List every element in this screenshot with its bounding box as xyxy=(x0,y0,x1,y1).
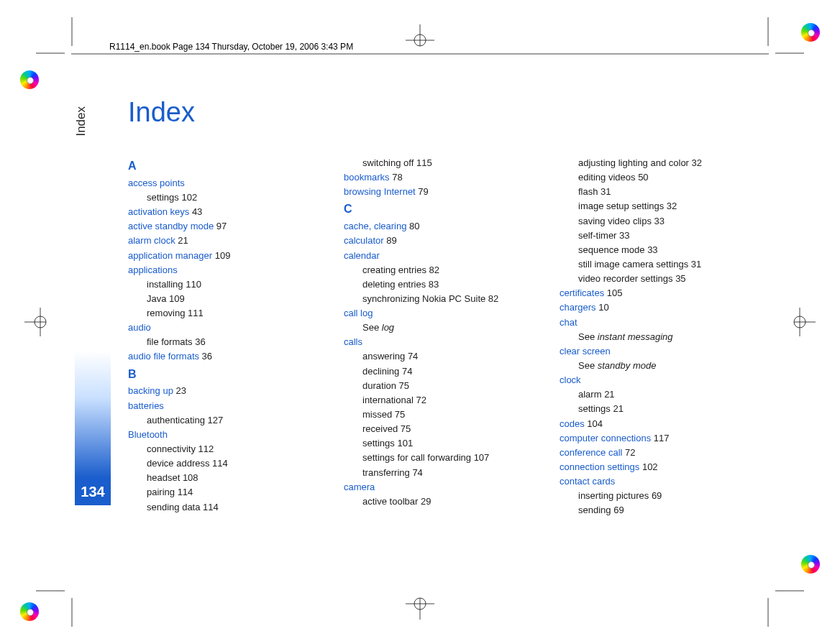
index-subentry: flash xyxy=(578,186,601,197)
see-ref: instant messaging xyxy=(598,331,673,342)
index-subentry: inserting pictures xyxy=(578,490,652,501)
index-link[interactable]: calculator xyxy=(344,235,386,246)
index-subentry: switching off xyxy=(362,157,416,168)
index-link[interactable]: application manager xyxy=(128,250,215,261)
page-ref: 108 xyxy=(183,472,198,483)
page-ref: 36 xyxy=(202,351,212,362)
index-link[interactable]: codes xyxy=(560,418,587,429)
index-subentry: international xyxy=(362,395,416,405)
index-link[interactable]: bookmarks xyxy=(344,172,392,183)
page-ref: 109 xyxy=(215,250,231,261)
page-ref: 43 xyxy=(192,206,202,217)
index-subentry: sequence mode xyxy=(578,244,647,255)
page-ref: 112 xyxy=(198,443,214,454)
page-ref: 10 xyxy=(598,302,608,313)
index-link[interactable]: call log xyxy=(344,308,373,318)
see-ref: standby mode xyxy=(598,360,657,371)
index-link[interactable]: audio xyxy=(128,322,151,333)
index-subentry: device address xyxy=(147,458,212,469)
index-subentry: See xyxy=(578,331,598,342)
page-ref: 102 xyxy=(181,192,197,203)
index-link[interactable]: active standby mode xyxy=(128,221,216,231)
index-link[interactable]: connection settings xyxy=(560,461,642,472)
index-link[interactable]: calls xyxy=(344,336,362,347)
index-link[interactable]: clear screen xyxy=(560,346,611,356)
index-link[interactable]: activation keys xyxy=(128,206,192,217)
page-ref: 114 xyxy=(203,502,219,512)
index-subentry: settings for call forwarding xyxy=(362,452,474,463)
index-link[interactable]: certificates xyxy=(560,288,607,298)
index-link[interactable]: batteries xyxy=(128,400,164,411)
page-ref: 21 xyxy=(178,235,188,246)
page-ref: 115 xyxy=(416,157,432,168)
page-ref: 114 xyxy=(212,458,228,469)
page-ref: 127 xyxy=(208,415,224,426)
index-link[interactable]: chat xyxy=(560,317,578,328)
page-ref: 35 xyxy=(675,273,685,284)
page-ref: 36 xyxy=(195,336,205,347)
crop-mark-br xyxy=(761,584,804,627)
index-link[interactable]: camera xyxy=(344,482,375,492)
index-subentry: authenticating xyxy=(147,415,208,426)
index-subentry: self-timer xyxy=(578,230,619,241)
index-subentry: declining xyxy=(362,366,402,377)
index-subentry: alarm xyxy=(578,389,604,400)
letter-heading-b: B xyxy=(128,366,337,384)
crop-mark-bl xyxy=(36,584,79,627)
page-ref: 101 xyxy=(397,438,413,448)
registration-mark-icon xyxy=(801,23,820,42)
index-link[interactable]: clock xyxy=(560,374,581,385)
see-ref: log xyxy=(382,322,394,333)
index-subentry: transferring xyxy=(362,467,412,478)
page-ref: 109 xyxy=(169,293,185,304)
letter-heading-a: A xyxy=(128,157,337,175)
index-subentry: headset xyxy=(147,472,183,483)
page-ref: 23 xyxy=(176,385,186,396)
page-title: Index xyxy=(128,97,195,128)
index-link[interactable]: computer connections xyxy=(560,433,654,443)
index-link[interactable]: audio file formats xyxy=(128,351,202,362)
index-link[interactable]: cache, clearing xyxy=(344,221,409,231)
index-link[interactable]: backing up xyxy=(128,385,176,396)
index-subentry: See xyxy=(578,360,598,371)
index-column-2: switching off 115 bookmarks 78 browsing … xyxy=(337,156,552,518)
page-ref: 29 xyxy=(421,496,431,507)
page-ref: 105 xyxy=(607,288,623,298)
index-link[interactable]: alarm clock xyxy=(128,235,178,246)
index-link[interactable]: contact cards xyxy=(560,476,615,487)
registration-mark-icon xyxy=(801,555,820,574)
index-subentry: sending xyxy=(578,505,613,515)
index-subentry: saving video clips xyxy=(578,216,654,226)
index-subentry: answering xyxy=(362,351,408,362)
index-subentry: creating entries xyxy=(362,264,429,275)
index-link[interactable]: access points xyxy=(128,178,185,188)
index-subentry: still image camera settings xyxy=(578,259,691,270)
index-subentry: sending data xyxy=(147,502,203,512)
page-ref: 31 xyxy=(691,259,701,270)
index-link[interactable]: Bluetooth xyxy=(128,429,168,440)
index-column-1: A access points settings 102 activation … xyxy=(128,156,337,518)
page-ref: 75 xyxy=(399,380,409,391)
index-subentry: image setup settings xyxy=(578,201,667,211)
page-ref: 32 xyxy=(667,201,677,211)
side-gradient xyxy=(75,115,111,478)
index-column-3: adjusting lighting and color 32 editing … xyxy=(552,156,761,518)
letter-heading-c: C xyxy=(344,201,552,218)
index-link[interactable]: browsing Internet xyxy=(344,186,418,197)
page-ref: 21 xyxy=(613,403,623,414)
page-ref: 72 xyxy=(625,447,635,458)
index-link[interactable]: applications xyxy=(128,264,178,275)
index-subentry: duration xyxy=(362,380,399,391)
index-link[interactable]: conference call xyxy=(560,447,625,458)
page-ref: 21 xyxy=(604,389,614,400)
index-subentry: file formats xyxy=(147,336,195,347)
index-subentry: pairing xyxy=(147,487,178,497)
page-ref: 74 xyxy=(412,467,422,478)
crop-mark-right xyxy=(787,300,816,344)
index-link[interactable]: chargers xyxy=(560,302,598,313)
page-ref: 111 xyxy=(188,308,204,318)
registration-mark-icon xyxy=(20,70,39,89)
page-ref: 75 xyxy=(401,423,411,434)
index-link[interactable]: calendar xyxy=(344,250,380,261)
index-subentry: video recorder settings xyxy=(578,273,675,284)
